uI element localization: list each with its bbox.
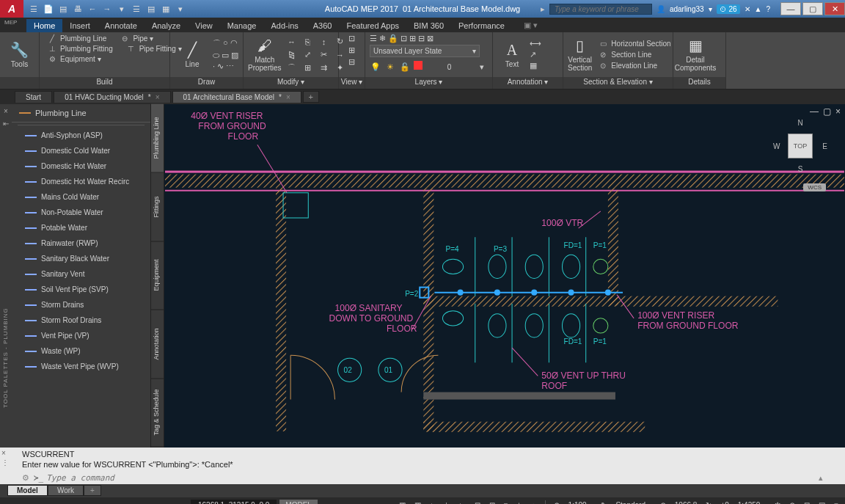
- section-line-button[interactable]: ⊘Section Line: [595, 50, 673, 59]
- qat-btn[interactable]: ▾: [175, 3, 186, 15]
- pipe-button[interactable]: ⊖Pipe ▾: [117, 34, 156, 43]
- add-layout-button[interactable]: +: [84, 485, 101, 496]
- panel-title-view[interactable]: View ▾: [339, 77, 365, 89]
- app-menu-icon[interactable]: A: [0, 0, 23, 18]
- view-icon[interactable]: ⊟: [348, 57, 355, 67]
- qat-btn[interactable]: ▾: [116, 3, 128, 15]
- qat-btn[interactable]: ←: [87, 3, 98, 15]
- tab-a360[interactable]: A360: [306, 19, 340, 32]
- cmd-handle-icon[interactable]: ⋮: [1, 459, 12, 467]
- layer-icon[interactable]: 🔒: [388, 34, 398, 43]
- cut-plane[interactable]: Standard ▾: [613, 501, 653, 504]
- grid-icon[interactable]: ▦: [397, 501, 408, 504]
- circle-icon[interactable]: ○: [223, 38, 228, 49]
- anno-monitor-icon[interactable]: ⊕: [552, 501, 562, 504]
- sidetab-annotation[interactable]: Annotation: [151, 310, 164, 379]
- minimize-button[interactable]: —: [780, 2, 801, 15]
- ellipse-icon[interactable]: ⬭: [213, 51, 219, 60]
- panel-title-annotation[interactable]: Annotation ▾: [493, 77, 563, 89]
- bulb-icon[interactable]: 💡: [370, 61, 381, 73]
- new-tab-button[interactable]: +: [303, 91, 319, 103]
- palette-item[interactable]: Vent Pipe (VP): [12, 328, 150, 343]
- match-properties-button[interactable]: 🖌Match Properties: [248, 34, 282, 76]
- clean-icon[interactable]: ▤: [816, 501, 827, 504]
- tab-analyze[interactable]: Analyze: [145, 19, 188, 32]
- sidetab-tag[interactable]: Tag & Schedule: [151, 379, 164, 448]
- ortho-icon[interactable]: ⊥: [441, 501, 452, 504]
- point-icon[interactable]: ·: [213, 62, 215, 71]
- viewcube-s[interactable]: S: [798, 165, 803, 173]
- ribbon-collapse-icon[interactable]: ▣ ▾: [516, 18, 545, 32]
- viewcube-w[interactable]: W: [773, 142, 780, 150]
- doc-tab-start[interactable]: Start: [15, 91, 52, 103]
- doc-tab-arch[interactable]: 01 Architectural Base Model* ×: [172, 91, 301, 103]
- polar-icon[interactable]: ∟: [456, 501, 468, 504]
- line-button[interactable]: ╱Line: [175, 34, 210, 76]
- anno-scale[interactable]: 1:100 ▾: [566, 501, 595, 504]
- tab-view[interactable]: View: [188, 19, 220, 32]
- sidetab-plumbing[interactable]: Plumbing Line: [151, 104, 164, 173]
- view-scale[interactable]: 1:4250 ▾: [736, 501, 768, 504]
- array-icon[interactable]: ⊞: [301, 62, 315, 74]
- layer-icon[interactable]: ☰: [370, 34, 377, 43]
- anno-vis-icon[interactable]: ✎: [599, 501, 609, 504]
- palette-item[interactable]: Waste Vent Pipe (WVP): [12, 359, 150, 374]
- tab-insert[interactable]: Insert: [62, 19, 98, 32]
- elev-offset[interactable]: +0: [718, 501, 731, 504]
- tab-manage[interactable]: Manage: [220, 19, 264, 32]
- panel-title-section[interactable]: Section & Elevation ▾: [563, 77, 673, 89]
- cmd-options-icon[interactable]: ⚙: [22, 473, 29, 483]
- palette-item[interactable]: Domestic Hot Water: [12, 158, 150, 174]
- detail-components-button[interactable]: ▦Detail Components: [678, 34, 713, 76]
- spline-icon[interactable]: ∿: [217, 62, 224, 71]
- palette-item[interactable]: Storm Drains: [12, 297, 150, 313]
- tab-home[interactable]: Home: [26, 19, 62, 32]
- coordinates-readout[interactable]: 16268.1, 31215.9, 0.0: [191, 500, 277, 504]
- customize-icon[interactable]: ≡: [832, 501, 841, 504]
- palette-item[interactable]: Sanitary Black Water: [12, 251, 150, 266]
- qat-btn[interactable]: ☰: [131, 3, 142, 15]
- palette-item[interactable]: Non-Potable Water: [12, 205, 150, 220]
- leader-icon[interactable]: ↗: [530, 50, 541, 59]
- user-name[interactable]: adarling33: [670, 5, 704, 13]
- panel-title-layers[interactable]: Layers ▾: [365, 77, 492, 89]
- elev-icon[interactable]: ⊗: [658, 501, 668, 504]
- lock-icon[interactable]: 🔓: [399, 61, 411, 73]
- tab-annotate[interactable]: Annotate: [98, 19, 145, 32]
- qat-btn[interactable]: ▦: [160, 3, 172, 15]
- isolate-icon[interactable]: ⊡: [802, 501, 812, 504]
- help-icon[interactable]: ?: [766, 5, 770, 13]
- stretch-icon[interactable]: ↕: [317, 36, 332, 48]
- sidetab-equipment[interactable]: Equipment: [151, 241, 164, 310]
- workspace-icon[interactable]: ✲: [772, 501, 783, 504]
- palette-item[interactable]: Domestic Cold Water: [12, 143, 150, 158]
- notification-badge[interactable]: ⏲ 26: [717, 4, 740, 14]
- scale-icon[interactable]: ⤢: [301, 49, 315, 61]
- move-icon[interactable]: ↔: [285, 36, 299, 48]
- doc-tab-hvac[interactable]: 01 HVAC Ducting Model* ×: [54, 91, 170, 103]
- wcs-badge[interactable]: WCS: [803, 183, 826, 191]
- dropdown-icon[interactable]: ▾: [709, 5, 712, 13]
- polyline-icon[interactable]: ⌒: [213, 38, 221, 49]
- pin-icon[interactable]: ⇤: [3, 120, 9, 128]
- palette-item[interactable]: Waste (WP): [12, 343, 150, 359]
- signin-icon[interactable]: 👤: [656, 5, 665, 13]
- panel-title-modify[interactable]: Modify ▾: [244, 77, 338, 89]
- model-space-button[interactable]: MODEL: [279, 500, 318, 504]
- palette-item[interactable]: Potable Water: [12, 220, 150, 235]
- elevation-line-button[interactable]: ⊙Elevation Line: [595, 61, 673, 70]
- qat-btn[interactable]: 📄: [43, 3, 54, 15]
- layer-icon[interactable]: ⊞: [409, 34, 416, 43]
- cycling-icon[interactable]: ☼: [527, 501, 538, 504]
- vertical-section-button[interactable]: ▯Vertical Section: [568, 34, 592, 76]
- exchange-icon[interactable]: ✕: [745, 5, 750, 13]
- restore-icon[interactable]: ▢: [823, 106, 831, 117]
- close-button[interactable]: ✕: [824, 2, 845, 15]
- qat-btn[interactable]: ▤: [145, 3, 157, 15]
- layout-tab-model[interactable]: Model: [7, 485, 48, 496]
- hardware-icon[interactable]: ⊙: [787, 501, 797, 504]
- layout-tab-work[interactable]: Work: [48, 485, 84, 496]
- trim-icon[interactable]: ✂: [317, 49, 332, 61]
- offset-icon[interactable]: ⇉: [317, 62, 332, 74]
- hatch-icon[interactable]: ▨: [231, 51, 238, 60]
